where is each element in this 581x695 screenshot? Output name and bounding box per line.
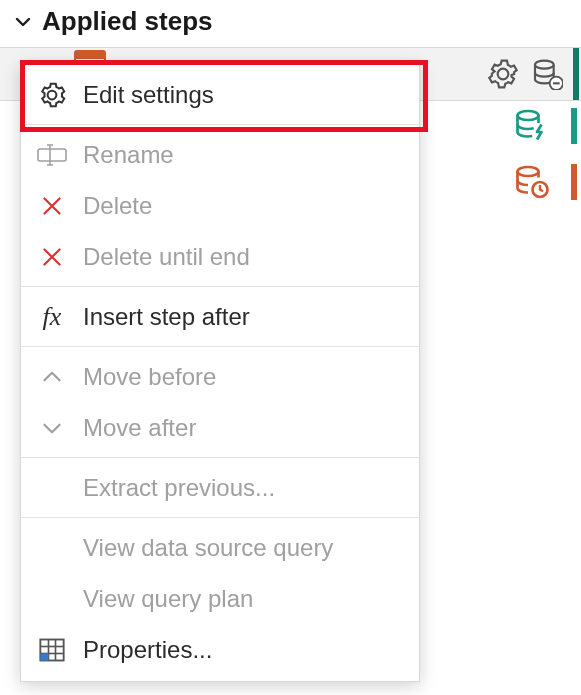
- menu-label: Move after: [83, 414, 405, 442]
- context-menu: Edit settings Rename Delete Delete until…: [20, 62, 420, 682]
- panel-header: Applied steps: [0, 0, 581, 47]
- svg-point-6: [518, 167, 539, 176]
- menu-separator: [21, 517, 419, 518]
- accent-bar: [571, 164, 577, 200]
- menu-extract-previous: Extract previous...: [21, 462, 419, 513]
- database-bolt-icon[interactable]: [513, 104, 563, 148]
- menu-label: Properties...: [83, 636, 405, 664]
- fx-icon: fx: [35, 300, 69, 334]
- menu-separator: [21, 286, 419, 287]
- svg-rect-1: [75, 51, 105, 59]
- chevron-down-icon[interactable]: [14, 13, 32, 31]
- menu-separator: [21, 124, 419, 125]
- menu-label: Delete until end: [83, 243, 405, 271]
- panel-title: Applied steps: [42, 6, 212, 37]
- svg-point-5: [518, 111, 539, 120]
- svg-rect-8: [38, 149, 66, 161]
- menu-label: Extract previous...: [83, 474, 405, 502]
- menu-move-before: Move before: [21, 351, 419, 402]
- menu-edit-settings[interactable]: Edit settings: [21, 69, 419, 120]
- menu-separator: [21, 346, 419, 347]
- step-actions: [487, 58, 563, 90]
- menu-label: View data source query: [83, 534, 405, 562]
- blank-icon: [35, 582, 69, 616]
- menu-label: Edit settings: [83, 81, 405, 109]
- gear-icon[interactable]: [487, 58, 519, 90]
- menu-label: View query plan: [83, 585, 405, 613]
- menu-move-after: Move after: [21, 402, 419, 453]
- x-icon: [35, 189, 69, 223]
- menu-separator: [21, 457, 419, 458]
- x-icon: [35, 240, 69, 274]
- table-icon: [35, 633, 69, 667]
- database-remove-icon[interactable]: [531, 58, 563, 90]
- blank-icon: [35, 471, 69, 505]
- svg-rect-15: [40, 653, 48, 660]
- scrollbar-accent: [573, 48, 579, 100]
- menu-label: Rename: [83, 141, 405, 169]
- blank-icon: [35, 531, 69, 565]
- menu-rename: Rename: [21, 129, 419, 180]
- menu-insert-step-after[interactable]: fx Insert step after: [21, 291, 419, 342]
- menu-label: Delete: [83, 192, 405, 220]
- rename-icon: [35, 138, 69, 172]
- gear-icon: [35, 78, 69, 112]
- chevron-down-small-icon: [35, 411, 69, 445]
- accent-bar: [571, 108, 577, 144]
- chevron-up-icon: [35, 360, 69, 394]
- menu-label: Move before: [83, 363, 405, 391]
- menu-view-query-plan: View query plan: [21, 573, 419, 624]
- menu-view-data-source-query: View data source query: [21, 522, 419, 573]
- menu-properties[interactable]: Properties...: [21, 624, 419, 675]
- svg-point-2: [535, 61, 554, 69]
- query-type-icons: [513, 104, 563, 204]
- menu-delete-until-end: Delete until end: [21, 231, 419, 282]
- menu-label: Insert step after: [83, 303, 405, 331]
- menu-delete: Delete: [21, 180, 419, 231]
- database-clock-icon[interactable]: [513, 160, 563, 204]
